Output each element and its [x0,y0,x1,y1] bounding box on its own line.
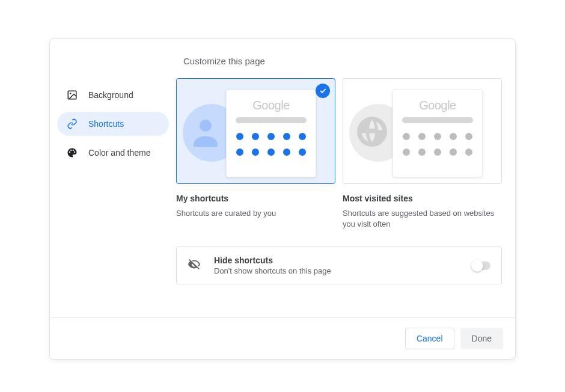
person-icon [188,114,224,150]
hide-shortcuts-row: Hide shortcuts Don't show shortcuts on t… [176,247,502,284]
search-bar-placeholder [402,117,473,123]
svg-point-2 [200,120,212,132]
card-description: Shortcuts are suggested based on website… [343,208,502,230]
sidebar-item-label: Shortcuts [88,119,124,129]
svg-point-1 [70,93,71,94]
palette-icon [67,147,78,158]
done-button[interactable]: Done [460,328,503,349]
search-bar-placeholder [236,117,307,123]
card-most-visited[interactable]: Google [343,78,502,184]
sidebar-item-background[interactable]: Background [57,83,169,107]
dialog-body: Background Shortcuts Color and theme [50,66,515,317]
shortcut-dots [236,133,306,156]
hide-description: Don't show shortcuts on this page [214,266,459,275]
hide-toggle[interactable] [472,262,490,270]
hide-title: Hide shortcuts [214,256,459,265]
option-cards: Google My shortcuts Shortcuts are curate… [176,78,503,230]
shortcut-dots [403,133,472,156]
card-my-shortcuts[interactable]: Google [176,78,335,184]
option-my-shortcuts: Google My shortcuts Shortcuts are curate… [176,78,335,230]
card-title: Most visited sites [343,194,502,203]
check-icon [316,84,330,98]
image-icon [67,90,78,100]
option-most-visited: Google Most visited sites Shortcuts are … [343,78,502,230]
dialog-footer: Cancel Done [50,317,515,359]
google-logo: Google [419,99,456,112]
toggle-knob [471,260,483,272]
card-description: Shortcuts are curated by you [176,208,335,219]
sidebar-item-label: Color and theme [88,148,151,158]
cancel-button[interactable]: Cancel [405,328,454,349]
card-title: My shortcuts [176,194,335,203]
hide-icon [188,258,201,274]
preview-card: Google [392,90,483,177]
dialog-title: Customize this page [50,39,515,66]
link-icon [67,118,78,129]
sidebar-item-color-theme[interactable]: Color and theme [57,141,169,165]
hide-texts: Hide shortcuts Don't show shortcuts on t… [214,256,459,275]
preview-card: Google [226,90,316,177]
sidebar: Background Shortcuts Color and theme [50,78,176,317]
customize-dialog: Customize this page Background [49,38,516,360]
sidebar-item-label: Background [88,90,133,100]
globe-icon [354,114,390,150]
sidebar-item-shortcuts[interactable]: Shortcuts [57,112,169,136]
content-panel: Google My shortcuts Shortcuts are curate… [176,78,515,317]
google-logo: Google [252,99,290,112]
